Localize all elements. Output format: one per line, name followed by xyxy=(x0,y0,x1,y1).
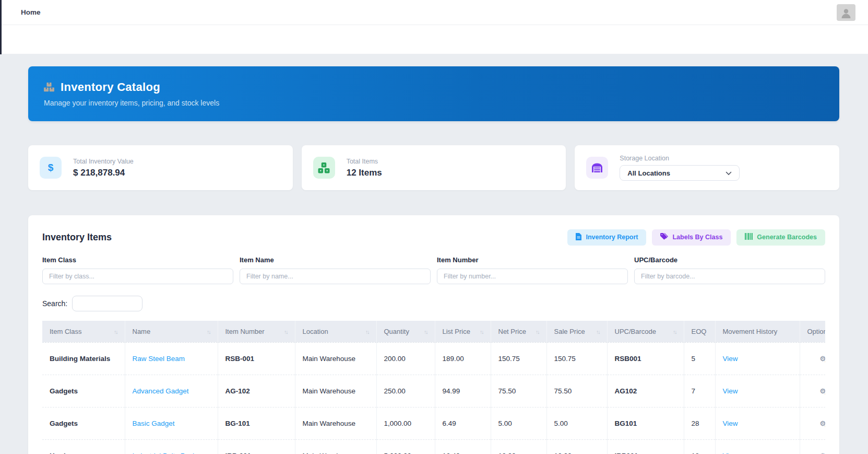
table-row: GadgetsAdvanced GadgetAG-102Main Warehou… xyxy=(42,375,825,408)
column-label: UPC/Barcode xyxy=(615,328,656,335)
column-header-movement-history: Movement History xyxy=(715,321,800,343)
chevron-down-icon xyxy=(726,169,732,177)
cell-options: ⚙⚙ xyxy=(800,343,825,375)
movement-history-view-link[interactable]: View xyxy=(723,355,738,363)
cell-quantity: 250.00 xyxy=(376,375,435,408)
column-header-list-price[interactable]: List Price↑↓ xyxy=(435,321,491,343)
file-icon xyxy=(576,233,581,242)
cell-eoq: 28 xyxy=(684,408,715,440)
column-label: List Price xyxy=(443,328,470,335)
column-header-item-class[interactable]: Item Class↑↓ xyxy=(42,321,125,343)
cell-item-number: RSB-001 xyxy=(218,343,295,375)
dollar-icon: $ xyxy=(40,157,62,179)
cell-movement-history: View xyxy=(715,343,800,375)
sort-icon: ↑↓ xyxy=(284,329,288,335)
movement-history-view-link[interactable]: View xyxy=(723,420,738,427)
item-name-link[interactable]: Raw Steel Beam xyxy=(133,355,185,363)
cell-list-price: 6.49 xyxy=(435,408,491,440)
column-header-item-number[interactable]: Item Number↑↓ xyxy=(218,321,295,343)
item-name-filter-input[interactable] xyxy=(240,269,431,284)
top-navbar: Home xyxy=(0,0,868,25)
row-options-gears-icon[interactable]: ⚙⚙ xyxy=(820,387,826,395)
inventory-table: Item Class↑↓Name↑↓Item Number↑↓Location↑… xyxy=(42,321,825,454)
user-avatar[interactable] xyxy=(837,4,855,21)
column-label: Net Price xyxy=(498,328,526,335)
search-input[interactable] xyxy=(72,296,142,311)
item-name-link[interactable]: Advanced Gadget xyxy=(133,387,189,395)
column-header-location[interactable]: Location↑↓ xyxy=(295,321,376,343)
labels-by-class-button[interactable]: Labels By Class xyxy=(652,229,731,246)
cell-movement-history: View xyxy=(715,440,800,454)
cell-list-price: 94.99 xyxy=(435,375,491,408)
column-label: Name xyxy=(133,328,151,335)
filter-item-name: Item Name xyxy=(240,256,431,284)
column-label: Item Class xyxy=(50,328,81,335)
collapsed-sidebar-edge xyxy=(0,0,2,54)
nav-home-link[interactable]: Home xyxy=(21,8,41,16)
cell-eoq: 7 xyxy=(684,375,715,408)
cell-name: Industrial Bolts Pack xyxy=(125,440,218,454)
sort-icon: ↑↓ xyxy=(480,329,483,335)
inventory-table-container[interactable]: Item Class↑↓Name↑↓Item Number↑↓Location↑… xyxy=(42,321,825,454)
table-row: HardwareIndustrial Bolts PackIBP-001Main… xyxy=(42,440,825,454)
total-items-card: Total Items 12 Items xyxy=(302,145,566,190)
cell-list-price: 189.00 xyxy=(435,343,491,375)
button-label: Generate Barcodes xyxy=(757,234,817,241)
panel-actions: Inventory Report Labels By Class Generat… xyxy=(567,229,825,246)
cell-name: Advanced Gadget xyxy=(125,375,218,408)
item-class-filter-input[interactable] xyxy=(42,269,233,284)
cubes-icon xyxy=(313,157,335,179)
cell-sale-price: 75.50 xyxy=(546,375,607,408)
total-items-value: 12 Items xyxy=(347,168,382,178)
cell-sale-price: 5.00 xyxy=(546,408,607,440)
row-options-gears-icon[interactable]: ⚙⚙ xyxy=(820,355,826,363)
column-header-sale-price[interactable]: Sale Price↑↓ xyxy=(546,321,607,343)
page-subtitle: Manage your inventory items, pricing, an… xyxy=(44,99,824,107)
column-label: EOQ xyxy=(692,328,707,335)
warehouse-icon xyxy=(586,157,608,179)
cell-item-class: Gadgets xyxy=(42,408,125,440)
storage-location-select[interactable]: All Locations xyxy=(620,165,740,181)
filter-item-number: Item Number xyxy=(437,256,628,284)
column-header-name[interactable]: Name↑↓ xyxy=(125,321,218,343)
table-row: Building MaterialsRaw Steel BeamRSB-001M… xyxy=(42,343,825,375)
cell-options: ⚙⚙ xyxy=(800,440,825,454)
column-header-net-price[interactable]: Net Price↑↓ xyxy=(491,321,546,343)
gear-icon: ⚙ xyxy=(825,359,825,364)
cell-location: Main Warehouse xyxy=(295,343,376,375)
table-search: Search: xyxy=(42,296,825,311)
sort-icon: ↑↓ xyxy=(365,329,369,335)
tags-icon xyxy=(660,233,668,241)
item-name-link[interactable]: Basic Gadget xyxy=(133,420,175,427)
item-number-filter-input[interactable] xyxy=(437,269,628,284)
cell-quantity: 1,000.00 xyxy=(376,408,435,440)
button-label: Labels By Class xyxy=(672,234,722,241)
column-label: Movement History xyxy=(723,328,778,335)
cell-movement-history: View xyxy=(715,375,800,408)
row-options-gears-icon[interactable]: ⚙⚙ xyxy=(820,452,826,454)
generate-barcodes-button[interactable]: Generate Barcodes xyxy=(736,229,825,246)
upc-barcode-filter-input[interactable] xyxy=(634,269,825,284)
table-row: GadgetsBasic GadgetBG-101Main Warehouse1… xyxy=(42,408,825,440)
row-options-gears-icon[interactable]: ⚙⚙ xyxy=(820,420,826,427)
movement-history-view-link[interactable]: View xyxy=(723,387,738,395)
column-header-quantity[interactable]: Quantity↑↓ xyxy=(376,321,435,343)
stat-label: Total Inventory Value xyxy=(73,158,134,165)
gear-icon: ⚙ xyxy=(825,424,825,429)
cell-item-number: AG-102 xyxy=(218,375,295,408)
panel-title: Inventory Items xyxy=(42,232,112,243)
cell-net-price: 150.75 xyxy=(491,343,546,375)
total-inventory-value: $ 218,878.94 xyxy=(73,168,134,178)
cell-movement-history: View xyxy=(715,408,800,440)
total-inventory-value-card: $ Total Inventory Value $ 218,878.94 xyxy=(28,145,293,190)
inventory-report-button[interactable]: Inventory Report xyxy=(567,229,646,246)
cell-upc-barcode: BG101 xyxy=(607,408,684,440)
sort-icon: ↑↓ xyxy=(673,329,676,335)
item-name-link[interactable]: Industrial Bolts Pack xyxy=(133,452,196,454)
movement-history-view-link[interactable]: View xyxy=(723,452,738,454)
cell-name: Raw Steel Beam xyxy=(125,343,218,375)
column-label: Quantity xyxy=(384,328,409,335)
column-label: Item Number xyxy=(225,328,265,335)
column-header-upc-barcode[interactable]: UPC/Barcode↑↓ xyxy=(607,321,684,343)
sort-icon: ↑↓ xyxy=(114,329,117,335)
